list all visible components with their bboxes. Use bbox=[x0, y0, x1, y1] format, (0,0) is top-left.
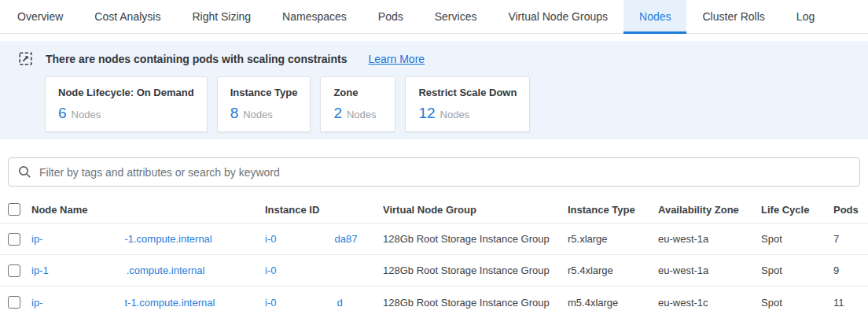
search-icon bbox=[18, 165, 31, 179]
virtual-node-group-cell: 128Gb Root Storage Instance Group bbox=[383, 297, 568, 309]
life-cycle-cell: Spot bbox=[761, 233, 833, 245]
card-count: 12 bbox=[418, 105, 435, 121]
tab-overview[interactable]: Overview bbox=[2, 0, 79, 33]
col-pods: Pods bbox=[833, 204, 868, 216]
card-unit: Nodes bbox=[347, 109, 377, 120]
card-title: Zone bbox=[333, 87, 382, 98]
tab-virtual-node-groups[interactable]: Virtual Node Groups bbox=[492, 0, 623, 33]
virtual-node-group-cell: 128Gb Root Storage Instance Group bbox=[383, 233, 568, 245]
col-virtual-node-group: Virtual Node Group bbox=[383, 204, 568, 216]
col-availability-zone: Availability Zone bbox=[658, 204, 761, 216]
table-row: ip-t-1.compute.internal i-0d 128Gb Root … bbox=[0, 287, 868, 318]
col-life-cycle: Life Cycle bbox=[761, 204, 833, 216]
card-count: 8 bbox=[230, 105, 239, 121]
filter-search-box[interactable] bbox=[8, 157, 860, 187]
pods-cell: 11 bbox=[833, 297, 868, 309]
nodes-table: Node Name Instance ID Virtual Node Group… bbox=[0, 196, 868, 318]
availability-zone-cell: eu-west-1a bbox=[658, 264, 761, 276]
node-name-link[interactable]: ip--1.compute.internal bbox=[31, 233, 265, 245]
learn-more-link[interactable]: Learn More bbox=[369, 53, 425, 65]
tab-bar: Overview Cost Analysis Right Sizing Name… bbox=[0, 0, 868, 34]
tab-cost-analysis[interactable]: Cost Analysis bbox=[79, 0, 176, 33]
card-unit: Nodes bbox=[72, 109, 101, 120]
node-name-link[interactable]: ip-t-1.compute.internal bbox=[31, 297, 265, 309]
tab-pods[interactable]: Pods bbox=[362, 0, 419, 33]
card-count: 2 bbox=[333, 105, 342, 121]
instance-type-cell: m5.4xlarge bbox=[568, 297, 658, 309]
redacted-segment bbox=[49, 266, 127, 274]
tab-nodes[interactable]: Nodes bbox=[623, 0, 686, 33]
instance-type-cell: r5.xlarge bbox=[568, 233, 658, 245]
card-zone[interactable]: Zone 2Nodes bbox=[320, 76, 395, 132]
row-checkbox[interactable] bbox=[8, 264, 20, 277]
availability-zone-cell: eu-west-1c bbox=[658, 297, 761, 309]
constraint-cards: Node Lifecycle: On Demand 6Nodes Instanc… bbox=[45, 76, 868, 132]
scaling-constraints-banner: There are nodes containing pods with sca… bbox=[0, 41, 868, 139]
pods-cell: 9 bbox=[833, 264, 868, 276]
card-title: Instance Type bbox=[230, 87, 298, 98]
card-instance-type[interactable]: Instance Type 8Nodes bbox=[217, 76, 311, 132]
scale-constraint-icon bbox=[19, 52, 32, 65]
table-header-row: Node Name Instance ID Virtual Node Group… bbox=[0, 196, 868, 224]
life-cycle-cell: Spot bbox=[761, 297, 833, 309]
redacted-segment bbox=[42, 298, 124, 306]
virtual-node-group-cell: 128Gb Root Storage Instance Group bbox=[383, 264, 568, 276]
table-row: ip-1.compute.internal i-0 128Gb Root Sto… bbox=[0, 255, 868, 287]
col-instance-type: Instance Type bbox=[568, 204, 658, 216]
redacted-segment bbox=[276, 298, 337, 306]
card-count: 6 bbox=[58, 105, 67, 121]
select-all-checkbox[interactable] bbox=[8, 203, 20, 216]
col-instance-id: Instance ID bbox=[265, 204, 383, 216]
banner-message: There are nodes containing pods with sca… bbox=[46, 53, 348, 65]
tab-services[interactable]: Services bbox=[419, 0, 493, 33]
row-checkbox[interactable] bbox=[8, 296, 20, 309]
tab-right-sizing[interactable]: Right Sizing bbox=[176, 0, 267, 33]
tab-namespaces[interactable]: Namespaces bbox=[267, 0, 362, 33]
instance-id-link[interactable]: i-0 bbox=[265, 264, 383, 276]
life-cycle-cell: Spot bbox=[761, 264, 833, 276]
card-node-lifecycle[interactable]: Node Lifecycle: On Demand 6Nodes bbox=[45, 76, 208, 132]
node-name-link[interactable]: ip-1.compute.internal bbox=[31, 264, 265, 276]
card-title: Node Lifecycle: On Demand bbox=[58, 87, 194, 98]
instance-id-link[interactable]: i-0d bbox=[265, 297, 383, 309]
availability-zone-cell: eu-west-1a bbox=[658, 233, 761, 245]
instance-type-cell: r5.4xlarge bbox=[568, 264, 658, 276]
table-row: ip--1.compute.internal i-0da87 128Gb Roo… bbox=[0, 224, 868, 255]
tab-cluster-rolls[interactable]: Cluster Rolls bbox=[686, 0, 780, 33]
row-checkbox[interactable] bbox=[8, 233, 20, 246]
card-unit: Nodes bbox=[440, 109, 470, 120]
redacted-segment bbox=[42, 235, 124, 242]
card-restrict-scale-down[interactable]: Restrict Scale Down 12Nodes bbox=[405, 76, 530, 132]
instance-id-link[interactable]: i-0da87 bbox=[265, 233, 383, 245]
tab-log[interactable]: Log bbox=[781, 0, 830, 33]
redacted-segment bbox=[276, 235, 334, 242]
card-unit: Nodes bbox=[243, 109, 273, 120]
search-input[interactable] bbox=[39, 166, 850, 179]
col-node-name: Node Name bbox=[31, 204, 265, 216]
card-title: Restrict Scale Down bbox=[418, 87, 517, 98]
pods-cell: 7 bbox=[833, 233, 868, 245]
